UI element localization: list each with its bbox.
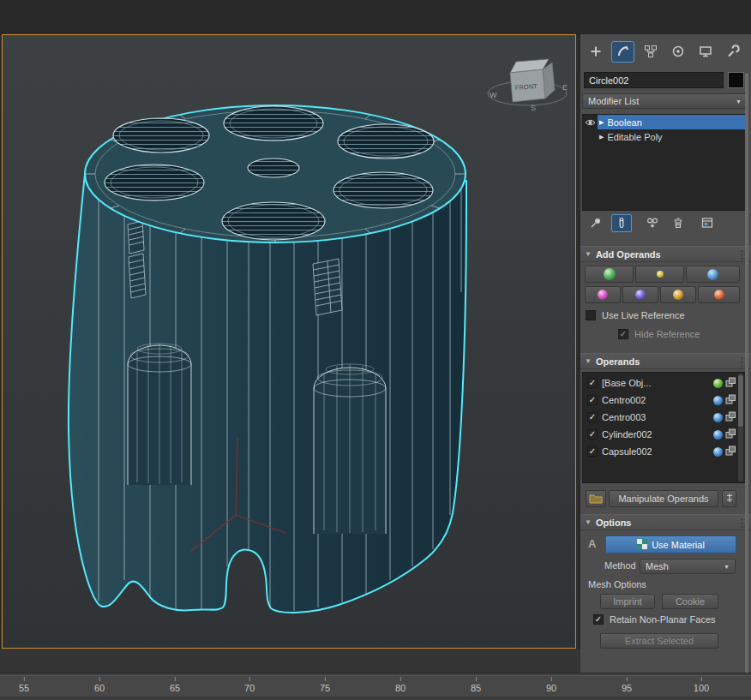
modifier-list-label: Modifier List — [588, 96, 639, 106]
tab-hierarchy[interactable] — [639, 41, 662, 63]
boolean-mesh-object[interactable] — [69, 105, 466, 613]
tab-motion[interactable] — [666, 41, 689, 63]
layers-icon[interactable] — [725, 377, 736, 389]
layers-icon[interactable] — [725, 394, 736, 406]
remove-modifier-button[interactable] — [668, 214, 688, 232]
layers-icon[interactable] — [725, 428, 736, 440]
timeline-tick: 75 — [320, 683, 330, 693]
hide-reference-label: Hide Reference — [634, 329, 700, 339]
expand-arrow-icon[interactable]: ▶ — [599, 119, 604, 126]
make-unique-button[interactable] — [642, 214, 663, 232]
boolean-operation-button[interactable] — [660, 286, 696, 303]
operand-row[interactable]: ✓ Cylinder002 — [583, 426, 747, 443]
operand-row[interactable]: ✓ Centro002 — [583, 392, 747, 409]
operand-sphere-icon[interactable] — [713, 447, 723, 457]
configure-modifier-sets-button[interactable] — [697, 214, 718, 232]
operands-list[interactable]: ✓ [Base Obj... ✓ Centro002 ✓ Centro003 ✓… — [582, 372, 748, 483]
make-unique-icon — [646, 217, 658, 230]
boolean-operation-button[interactable] — [686, 266, 740, 283]
manipulate-operands-button[interactable]: Manipulate Operands — [609, 490, 718, 507]
rollout-add-operands[interactable]: ▼ Add Operands — [580, 246, 751, 262]
viewport[interactable]: W S E FRONT — [2, 34, 576, 649]
operand-checkbox[interactable]: ✓ — [587, 378, 598, 388]
rollout-title: Options — [596, 518, 632, 528]
sphere-orange-icon — [673, 290, 683, 300]
cookie-button[interactable]: Cookie — [662, 594, 718, 609]
operand-row[interactable]: ✓ Centro003 — [583, 409, 747, 426]
application-window: W S E FRONT Modifier List ▼ — [0, 0, 751, 700]
timeline-tick: 55 — [19, 683, 29, 693]
operand-checkbox[interactable]: ✓ — [587, 395, 598, 405]
layers-icon[interactable] — [725, 411, 736, 423]
notch-patch-right — [313, 259, 342, 315]
rollout-arrow-icon: ▼ — [585, 518, 592, 526]
modifier-stack-list[interactable]: ▶Boolean ▶Editable Poly — [582, 114, 748, 211]
layers-icon[interactable] — [725, 446, 736, 458]
hide-reference-row: ✓ Hide Reference — [618, 329, 700, 339]
timeline-tick: 70 — [244, 683, 255, 693]
imprint-button[interactable]: Imprint — [600, 594, 655, 609]
tab-modify[interactable] — [611, 41, 634, 63]
timeline: 55 60 65 70 75 80 85 90 95 100 — [0, 673, 751, 700]
rollout-operands[interactable]: ▼ Operands — [580, 353, 751, 369]
expand-arrow-icon[interactable]: ▶ — [599, 134, 604, 141]
wrench-icon — [726, 45, 740, 60]
viewcube-east-label[interactable]: E — [562, 83, 568, 92]
open-operand-button[interactable] — [586, 490, 606, 507]
viewcube-south-label[interactable]: S — [531, 104, 536, 112]
hide-reference-checkbox[interactable]: ✓ — [618, 329, 628, 339]
panel-scrollbar[interactable] — [745, 73, 748, 683]
operand-row[interactable]: ✓ [Base Obj... — [583, 374, 747, 392]
apply-material-icon: A — [588, 537, 596, 550]
operand-sphere-icon[interactable] — [713, 379, 723, 388]
show-end-result-button[interactable] — [611, 214, 632, 232]
sphere-magenta-icon — [598, 290, 608, 300]
extract-selected-button[interactable]: Extract Selected — [600, 633, 718, 649]
retain-non-planar-checkbox[interactable]: ✓ — [593, 614, 604, 625]
command-panel: Modifier List ▼ ▶Boolean ▶Editable Poly … — [580, 34, 751, 673]
manipulator-icon — [725, 493, 734, 505]
modifier-list-dropdown[interactable]: Modifier List ▼ — [582, 93, 748, 109]
modifier-stack-row-boolean[interactable]: ▶Boolean — [583, 115, 747, 129]
timeline-tick: 90 — [546, 683, 556, 693]
mesh-options-label: Mesh Options — [588, 579, 646, 589]
viewcube-west-label[interactable]: W — [490, 91, 497, 99]
object-color-swatch[interactable] — [728, 72, 744, 88]
rollout-options[interactable]: ▼ Options — [580, 514, 751, 530]
operand-sphere-icon[interactable] — [713, 430, 723, 440]
use-live-reference-checkbox[interactable] — [586, 310, 596, 320]
notch-patch-left — [128, 221, 146, 298]
eye-icon[interactable] — [583, 115, 598, 129]
capsule-operand-right — [314, 364, 386, 534]
tab-utilities[interactable] — [721, 41, 744, 63]
object-name-input[interactable] — [584, 72, 724, 88]
modifier-stack-row-editable-poly[interactable]: ▶Editable Poly — [583, 129, 747, 144]
viewport-canvas[interactable]: W S E FRONT — [3, 35, 575, 648]
use-material-button[interactable]: Use Material — [605, 535, 736, 553]
operand-checkbox[interactable]: ✓ — [587, 446, 598, 457]
tab-display[interactable] — [694, 41, 717, 63]
display-icon — [699, 45, 712, 60]
operand-checkbox[interactable]: ✓ — [587, 412, 598, 422]
sphere-red-icon — [714, 290, 724, 300]
manipulate-mode-button[interactable] — [722, 490, 736, 507]
track-bar[interactable]: 55 60 65 70 75 80 85 90 95 100 — [0, 675, 751, 697]
boolean-operation-button[interactable] — [585, 266, 634, 283]
retain-non-planar-row: ✓ Retain Non-Planar Faces — [593, 614, 716, 625]
modify-icon — [616, 45, 630, 60]
pin-icon — [590, 217, 602, 230]
operand-sphere-icon[interactable] — [713, 413, 723, 422]
boolean-operation-button[interactable] — [585, 286, 621, 303]
boolean-operation-button[interactable] — [635, 266, 684, 283]
operand-row[interactable]: ✓ Capsule002 — [583, 443, 747, 460]
boolean-operation-button[interactable] — [622, 286, 658, 303]
operand-sphere-icon[interactable] — [713, 396, 723, 405]
tab-create[interactable] — [584, 41, 607, 63]
chevron-down-icon: ▼ — [736, 99, 742, 105]
operands-list-scrollbar[interactable] — [738, 374, 743, 482]
pin-stack-button[interactable] — [586, 214, 606, 232]
sphere-blue-icon — [707, 269, 718, 280]
method-dropdown[interactable]: Mesh ▼ — [640, 559, 736, 574]
boolean-operation-button[interactable] — [698, 286, 740, 303]
operand-checkbox[interactable]: ✓ — [587, 429, 598, 440]
